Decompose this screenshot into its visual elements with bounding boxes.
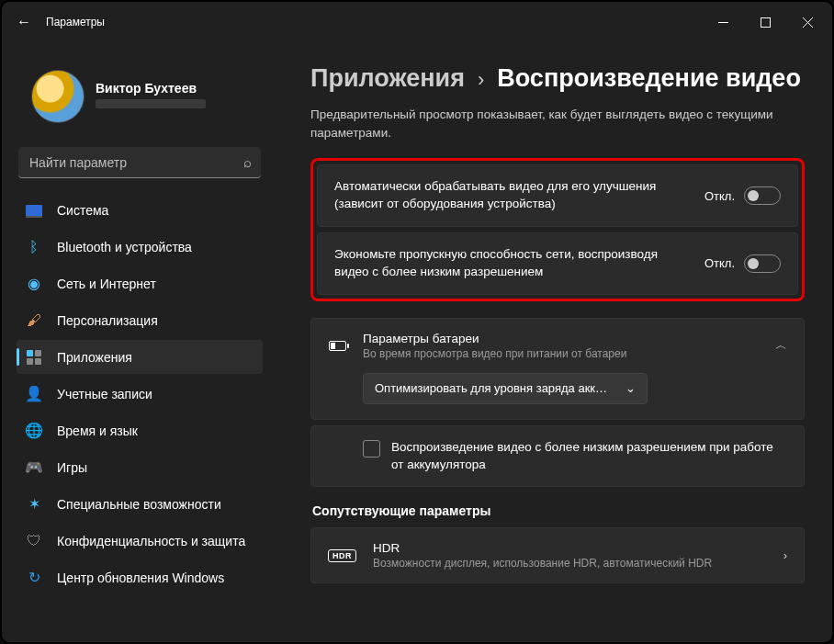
- nav-network[interactable]: ◉Сеть и Интернет: [17, 266, 263, 300]
- user-profile[interactable]: Виктор Бухтеев: [13, 42, 266, 145]
- globe-icon: 🌐: [26, 423, 42, 439]
- search-input[interactable]: [18, 147, 261, 178]
- lowres-checkbox[interactable]: [363, 440, 380, 458]
- chevron-right-icon: ›: [478, 68, 484, 92]
- related-settings-heading: Сопутствующие параметры: [312, 503, 805, 518]
- nav-accessibility[interactable]: ✶Специальные возможности: [17, 487, 263, 521]
- accessibility-icon: ✶: [26, 496, 42, 513]
- window-title: Параметры: [46, 16, 105, 28]
- user-name: Виктор Бухтеев: [96, 81, 206, 96]
- titlebar: ← Параметры: [2, 2, 832, 42]
- maximize-button[interactable]: [744, 7, 786, 37]
- brush-icon: 🖌: [26, 312, 42, 329]
- search-box[interactable]: ⌕: [18, 147, 261, 178]
- bluetooth-icon: ᛒ: [26, 239, 42, 255]
- option-label: Автоматически обрабатывать видео для его…: [334, 178, 692, 213]
- expander-title: Параметры батареи: [363, 332, 759, 345]
- person-icon: 👤: [26, 386, 42, 402]
- expander-subtitle: Во время просмотра видео при питании от …: [363, 347, 759, 360]
- nav-list: Система ᛒBluetooth и устройства ◉Сеть и …: [13, 193, 266, 594]
- settings-window: ← Параметры Виктор Бухтеев ⌕ Система: [2, 2, 832, 642]
- lowres-on-battery-row: Воспроизведение видео с более низким раз…: [310, 425, 805, 488]
- sidebar: Виктор Бухтеев ⌕ Система ᛒBluetooth и ус…: [2, 42, 277, 642]
- hdr-icon: HDR: [328, 549, 356, 562]
- breadcrumb-parent[interactable]: Приложения: [310, 64, 465, 93]
- minimize-button[interactable]: [702, 7, 744, 37]
- hdr-subtitle: Возможности дисплея, использование HDR, …: [373, 557, 767, 570]
- nav-accounts[interactable]: 👤Учетные записи: [17, 377, 263, 411]
- update-icon: ↻: [26, 570, 42, 586]
- nav-time[interactable]: 🌐Время и язык: [17, 413, 263, 447]
- main-content: Приложения › Воспроизведение видео Предв…: [277, 42, 832, 642]
- page-title: Воспроизведение видео: [497, 64, 801, 93]
- nav-apps[interactable]: Приложения: [17, 340, 263, 374]
- close-button[interactable]: [786, 7, 828, 37]
- user-email-redacted: [96, 99, 206, 108]
- gamepad-icon: 🎮: [26, 459, 42, 476]
- checkbox-label: Воспроизведение видео с более низким раз…: [391, 439, 787, 474]
- nav-personalization[interactable]: 🖌Персонализация: [17, 303, 263, 337]
- toggle-state-text: Откл.: [704, 256, 735, 270]
- nav-gaming[interactable]: 🎮Игры: [17, 450, 263, 484]
- search-icon: ⌕: [243, 154, 252, 170]
- window-controls: [702, 7, 828, 37]
- nav-update[interactable]: ↻Центр обновления Windows: [17, 560, 263, 594]
- select-value: Оптимизировать для уровня заряда акк…: [375, 381, 607, 395]
- toggle-save-bandwidth[interactable]: [744, 254, 781, 273]
- battery-optimize-select[interactable]: Оптимизировать для уровня заряда акк… ⌄: [363, 373, 648, 404]
- svg-rect-1: [761, 17, 770, 27]
- expander-header[interactable]: Параметры батареи Во время просмотра вид…: [311, 319, 804, 373]
- chevron-down-icon: ⌄: [626, 381, 636, 395]
- hdr-title: HDR: [373, 541, 767, 555]
- option-save-bandwidth: Экономьте пропускную способность сети, в…: [317, 232, 798, 295]
- display-icon: [26, 202, 42, 219]
- nav-system[interactable]: Система: [17, 193, 263, 227]
- battery-icon: [328, 341, 346, 351]
- preview-description: Предварительный просмотр показывает, как…: [310, 106, 805, 141]
- battery-options-expander: Параметры батареи Во время просмотра вид…: [310, 318, 805, 420]
- hdr-link-card[interactable]: HDR HDR Возможности дисплея, использован…: [310, 527, 805, 583]
- breadcrumb: Приложения › Воспроизведение видео: [310, 64, 805, 93]
- wifi-icon: ◉: [26, 276, 42, 292]
- option-label: Экономьте пропускную способность сети, в…: [334, 246, 692, 281]
- avatar: [31, 70, 85, 123]
- option-auto-enhance: Автоматически обрабатывать видео для его…: [317, 164, 798, 227]
- nav-privacy[interactable]: 🛡Конфиденциальность и защита: [17, 524, 263, 558]
- toggle-auto-enhance[interactable]: [744, 186, 781, 205]
- chevron-up-icon: ︿: [775, 337, 787, 354]
- toggle-state-text: Откл.: [704, 189, 735, 203]
- chevron-right-icon: ›: [783, 548, 787, 562]
- back-button[interactable]: ←: [6, 4, 42, 40]
- shield-icon: 🛡: [26, 533, 42, 549]
- apps-icon: [26, 349, 42, 366]
- highlighted-group: Автоматически обрабатывать видео для его…: [310, 158, 805, 301]
- nav-bluetooth[interactable]: ᛒBluetooth и устройства: [17, 230, 263, 264]
